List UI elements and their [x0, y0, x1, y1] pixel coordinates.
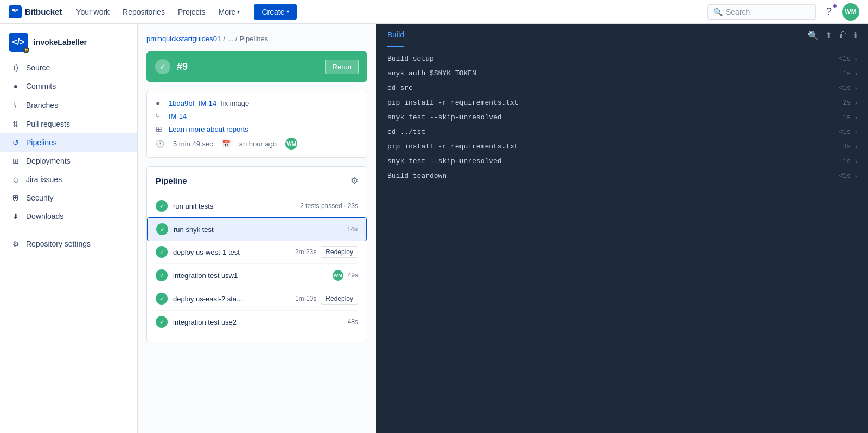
nav-more[interactable]: More ▾	[213, 4, 246, 20]
nav-links: Your work Repositories Projects More ▾	[71, 4, 245, 20]
step-run-snyk-test[interactable]: ✓ run snyk test 14s	[147, 217, 367, 241]
step-check-icon: ✓	[156, 223, 168, 235]
lock-badge: 🔒	[23, 47, 29, 53]
step-integration-test-use2[interactable]: ✓ integration test use2 48s	[156, 311, 358, 333]
logo-icon	[9, 5, 22, 18]
sidebar-item-repo-settings[interactable]: ⚙ Repository settings	[0, 235, 137, 253]
step-run-unit-tests[interactable]: ✓ run unit tests 2 tests passed · 23s	[156, 195, 358, 218]
step-check-icon: ✓	[156, 316, 168, 328]
nav-repositories[interactable]: Repositories	[117, 4, 170, 20]
pipelines-icon: ↺	[11, 138, 21, 147]
chevron-right-icon: ›	[855, 172, 857, 180]
sidebar-item-branches[interactable]: ⑂ Branches	[0, 95, 137, 115]
sidebar-item-pipelines[interactable]: ↺ Pipelines	[0, 133, 137, 152]
sidebar-item-deployments[interactable]: ⊞ Deployments	[0, 152, 137, 170]
log-command: snyk test --skip-unresolved	[387, 157, 843, 165]
breadcrumb-page: Pipelines	[239, 35, 268, 43]
help-icon: ?	[826, 6, 832, 17]
search-bar[interactable]: 🔍	[707, 4, 816, 20]
time-ago: an hour ago	[239, 140, 277, 148]
pipeline-settings-icon[interactable]: ⚙	[350, 176, 358, 186]
commit-icon: ●	[156, 99, 164, 107]
log-time: 1s	[843, 158, 851, 165]
chevron-right-icon: ›	[855, 55, 857, 63]
sidebar-item-jira-issues[interactable]: ◇ Jira issues	[0, 170, 137, 189]
log-row[interactable]: pip install -r requirements.txt 2s ›	[376, 95, 868, 110]
repo-icon: </> 🔒	[9, 33, 28, 52]
create-button[interactable]: Create ▾	[254, 4, 297, 20]
nav-projects[interactable]: Projects	[173, 4, 211, 20]
log-time: <1s	[839, 85, 851, 92]
log-row[interactable]: pip install -r requirements.txt 3s ›	[376, 139, 868, 154]
user-avatar[interactable]: WM	[842, 3, 859, 21]
step-check-icon: ✓	[156, 293, 168, 305]
breadcrumb-sep1: /	[223, 35, 225, 43]
log-row[interactable]: snyk auth $SNYK_TOKEN 1s ›	[376, 66, 868, 81]
rerun-button[interactable]: Rerun	[326, 60, 359, 74]
step-name: run unit tests	[173, 202, 300, 210]
log-row[interactable]: snyk test --skip-unresolved 1s ›	[376, 110, 868, 125]
learn-more-link[interactable]: Learn more about reports	[169, 125, 248, 133]
sidebar-item-downloads[interactable]: ⬇ Downloads	[0, 207, 137, 225]
build-log-panel: Build 🔍 ⬆ 🗑 ℹ Build setup <1s › snyk aut…	[376, 24, 868, 433]
sidebar-item-source[interactable]: ⟨⟩ Source	[0, 59, 137, 77]
sidebar-item-commits[interactable]: ● Commits	[0, 77, 137, 95]
info-icon[interactable]: ℹ	[854, 30, 857, 41]
upload-icon[interactable]: ⬆	[825, 30, 832, 41]
sidebar-divider	[0, 230, 137, 230]
logo[interactable]: Bitbucket	[9, 5, 62, 18]
sidebar-item-security[interactable]: ⛨ Security	[0, 189, 137, 207]
top-nav: Bitbucket Your work Repositories Project…	[0, 0, 868, 24]
log-row[interactable]: cd ../tst <1s ›	[376, 125, 868, 139]
pipeline-title: Pipeline	[156, 176, 187, 185]
calendar-icon: 📅	[222, 140, 231, 148]
step-integration-test-usw1[interactable]: ✓ integration test usw1 WM 49s	[156, 264, 358, 287]
deployments-icon: ⊞	[11, 157, 21, 165]
log-time: <1s	[839, 128, 851, 136]
step-meta: 2m 23s Redeploy	[295, 246, 358, 258]
log-time: <1s	[839, 55, 851, 63]
chevron-right-icon: ›	[855, 128, 857, 136]
log-row[interactable]: cd src <1s ›	[376, 81, 868, 95]
pipeline-status-check: ✓	[155, 59, 170, 74]
commit-hash[interactable]: 1bda9bf	[169, 99, 194, 107]
step-duration: 49s	[348, 272, 358, 279]
log-command: Build teardown	[387, 172, 839, 180]
nav-your-work[interactable]: Your work	[71, 4, 115, 20]
log-command: pip install -r requirements.txt	[387, 143, 843, 151]
commit-ref[interactable]: IM-14	[199, 99, 216, 107]
sidebar: </> 🔒 invokeLabeller ⟨⟩ Source ● Commits…	[0, 24, 138, 433]
breadcrumb-org[interactable]: pmmquickstartguides01	[146, 35, 221, 43]
build-log-actions: 🔍 ⬆ 🗑 ℹ	[808, 30, 857, 41]
breadcrumb: pmmquickstartguides01 / ... / Pipelines	[146, 35, 367, 43]
build-tab[interactable]: Build	[387, 24, 404, 47]
step-deploy-us-west-1[interactable]: ✓ deploy us-west-1 test 2m 23s Redeploy	[156, 241, 358, 264]
step-deploy-us-east-2[interactable]: ✓ deploy us-east-2 sta... 1m 10s Redeplo…	[156, 287, 358, 311]
search-log-icon[interactable]: 🔍	[808, 30, 819, 41]
sidebar-item-pull-requests[interactable]: ⇅ Pull requests	[0, 115, 137, 133]
search-icon: 🔍	[713, 8, 723, 16]
delete-icon[interactable]: 🗑	[839, 30, 847, 40]
code-icon: ⟨⟩	[11, 63, 21, 72]
check-icon: ✓	[159, 62, 166, 71]
pipeline-header: ✓ #9 Rerun	[146, 51, 367, 82]
log-row[interactable]: snyk test --skip-unresolved 1s ›	[376, 154, 868, 169]
log-time: 1s	[843, 114, 851, 121]
chevron-right-icon: ›	[855, 158, 857, 165]
chevron-right-icon: ›	[855, 70, 857, 77]
help-button[interactable]: ?	[820, 3, 838, 21]
pipeline-steps-header: Pipeline ⚙	[156, 176, 358, 186]
search-input[interactable]	[726, 8, 810, 16]
step-duration: 1m 10s	[295, 295, 316, 302]
step-duration: 48s	[348, 318, 358, 326]
step-name: run snyk test	[174, 225, 347, 234]
log-row[interactable]: Build setup <1s ›	[376, 51, 868, 66]
step-name: deploy us-west-1 test	[173, 248, 295, 256]
redeploy-button[interactable]: Redeploy	[321, 293, 358, 305]
branch-name[interactable]: IM-14	[169, 112, 187, 120]
log-row[interactable]: Build teardown <1s ›	[376, 169, 868, 183]
redeploy-button[interactable]: Redeploy	[321, 246, 358, 258]
duration: 5 min 49 sec	[173, 140, 213, 148]
chevron-right-icon: ›	[855, 85, 857, 92]
app-layout: </> 🔒 invokeLabeller ⟨⟩ Source ● Commits…	[0, 24, 868, 433]
